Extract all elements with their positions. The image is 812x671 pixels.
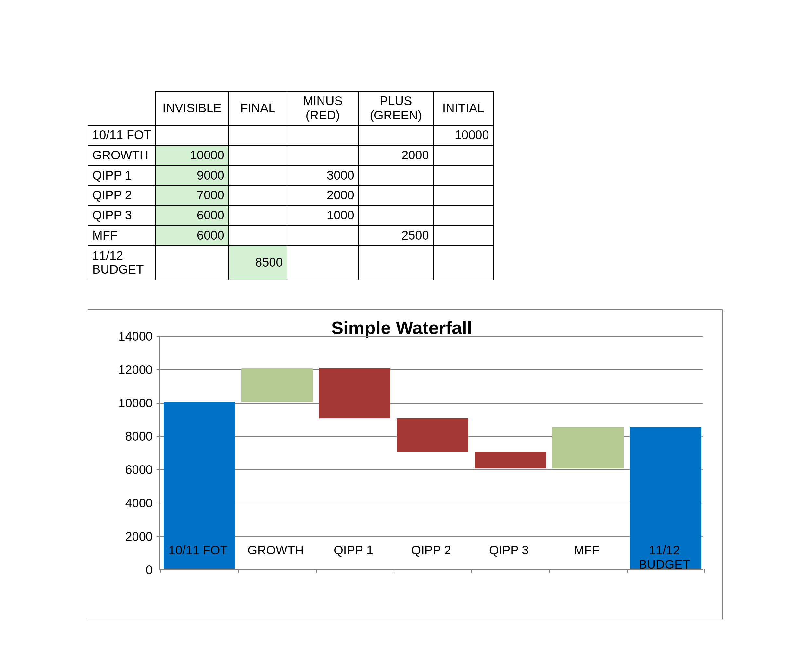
table-row: 10/11 FOT10000 [88,125,493,145]
cell-minus: 1000 [287,206,358,226]
cell-plus [358,125,433,145]
cell-invisible: 6000 [155,206,229,226]
bar-segment-minus [397,419,468,452]
cell-invisible [155,246,229,280]
table-row: GROWTH100002000 [88,145,493,165]
x-tick-label: GROWTH [239,543,313,558]
cell-plus [358,165,433,186]
cell-final [229,226,287,246]
row-label: MFF [88,226,155,246]
cell-initial: 10000 [433,125,493,145]
cell-final [229,186,287,206]
row-label: QIPP 3 [88,206,155,226]
col-header-plus: PLUS (GREEN) [358,91,433,125]
bar-segment-plus [552,427,624,469]
cell-minus [287,145,358,165]
y-tick-mark [157,403,160,404]
x-tick-label: QIPP 1 [316,543,391,558]
cell-final: 8500 [229,246,287,280]
row-label: GROWTH [88,145,155,165]
row-label: 11/12BUDGET [88,246,155,280]
y-tick-label: 12000 [118,363,153,376]
bar-stack [241,368,313,569]
x-tick-mark [705,569,705,573]
cell-invisible: 6000 [155,226,229,246]
row-label: 10/11 FOT [88,125,155,145]
x-axis-labels: 10/11 FOTGROWTHQIPP 1QIPP 2QIPP 3MFF11/1… [159,583,703,615]
x-tick-mark [316,569,317,573]
x-tick-mark [471,569,472,573]
cell-final [229,125,287,145]
cell-invisible: 9000 [155,165,229,186]
table-row: MFF60002500 [88,226,493,246]
cell-final [229,206,287,226]
chart-title: Simple Waterfall [101,317,703,338]
y-tick-label: 8000 [125,429,153,443]
cell-final [229,165,287,186]
cell-plus: 2000 [358,145,433,165]
col-header-initial: INITIAL [433,91,493,125]
table-row: QIPP 190003000 [88,165,493,186]
table-row: QIPP 360001000 [88,206,493,226]
cell-minus: 2000 [287,186,358,206]
x-tick-mark [394,569,394,573]
table-corner [88,91,155,125]
y-tick-label: 0 [146,563,153,577]
bar-segment-plus [241,368,313,402]
col-header-invisible: INVISIBLE [155,91,229,125]
cell-plus [358,206,433,226]
x-tick-label: QIPP 3 [472,543,546,558]
y-tick-mark [157,570,160,571]
col-header-minus: MINUS (RED) [287,91,358,125]
cell-invisible: 7000 [155,186,229,206]
x-tick-mark [549,569,549,573]
cell-plus: 2500 [358,226,433,246]
y-tick-mark [157,370,160,370]
y-axis: 02000400060008000100001200014000 [101,336,159,570]
y-tick-label: 4000 [125,496,153,510]
waterfall-chart: Simple Waterfall 02000400060008000100001… [88,309,723,619]
y-tick-mark [157,503,160,504]
row-label: QIPP 2 [88,186,155,206]
cell-initial [433,186,493,206]
cell-initial [433,165,493,186]
cell-initial [433,206,493,226]
y-tick-label: 10000 [118,396,153,410]
cell-minus: 3000 [287,165,358,186]
waterfall-data-table: INVISIBLE FINAL MINUS (RED) PLUS (GREEN)… [88,91,494,280]
x-tick-label: 11/12BUDGET [627,543,701,572]
cell-minus [287,246,358,280]
cell-minus [287,226,358,246]
cell-final [229,145,287,165]
grid-line [160,336,703,337]
cell-plus [358,246,433,280]
y-tick-mark [157,536,160,537]
cell-minus [287,125,358,145]
y-tick-mark [157,469,160,470]
bar-segment-minus [474,452,546,468]
table-row: QIPP 270002000 [88,186,493,206]
y-tick-mark [157,436,160,437]
cell-initial [433,145,493,165]
cell-initial [433,246,493,280]
y-tick-label: 6000 [125,463,153,477]
col-header-final: FINAL [229,91,287,125]
x-tick-label: 10/11 FOT [161,543,235,558]
x-tick-mark [238,569,239,573]
bar-stack [319,368,391,569]
x-tick-mark [160,569,161,573]
x-tick-label: MFF [549,543,624,558]
cell-plus [358,186,433,206]
table-row: 11/12BUDGET8500 [88,246,493,280]
row-label: QIPP 1 [88,165,155,186]
cell-invisible [155,125,229,145]
y-tick-label: 14000 [118,329,153,343]
cell-initial [433,226,493,246]
plot-area [159,336,703,570]
x-tick-label: QIPP 2 [394,543,469,558]
bar-segment-minus [319,368,391,419]
cell-invisible: 10000 [155,145,229,165]
y-tick-mark [157,336,160,337]
y-tick-label: 2000 [125,530,153,544]
